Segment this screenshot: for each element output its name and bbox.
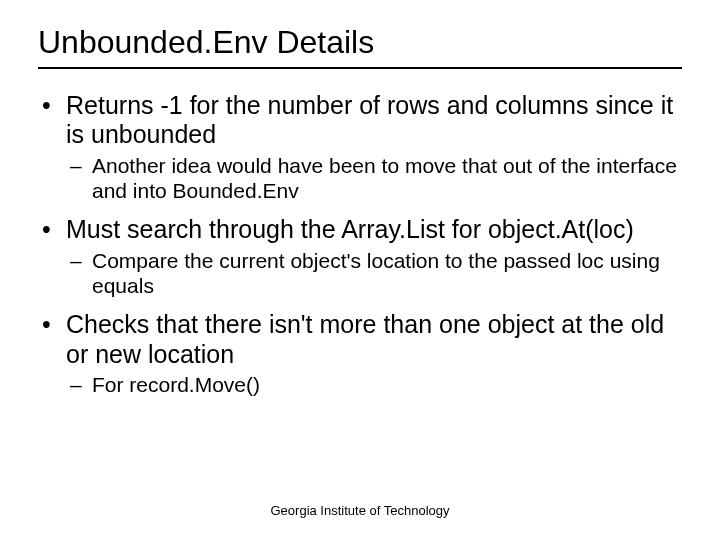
title-underline — [38, 67, 682, 69]
sub-bullet-text: Compare the current object's location to… — [92, 249, 660, 297]
sub-bullet-list: Another idea would have been to move tha… — [66, 154, 682, 204]
sub-bullet-text: Another idea would have been to move tha… — [92, 154, 677, 202]
bullet-item: Returns -1 for the number of rows and co… — [38, 91, 682, 204]
footer-text: Georgia Institute of Technology — [0, 503, 720, 518]
sub-bullet-text: For record.Move() — [92, 373, 260, 396]
sub-bullet-item: Another idea would have been to move tha… — [66, 154, 682, 204]
sub-bullet-item: Compare the current object's location to… — [66, 249, 682, 299]
bullet-item: Must search through the Array.List for o… — [38, 215, 682, 298]
bullet-text: Must search through the Array.List for o… — [66, 215, 634, 243]
bullet-text: Checks that there isn't more than one ob… — [66, 310, 664, 368]
sub-bullet-list: Compare the current object's location to… — [66, 249, 682, 299]
sub-bullet-item: For record.Move() — [66, 373, 682, 398]
bullet-item: Checks that there isn't more than one ob… — [38, 310, 682, 398]
slide-title: Unbounded.Env Details — [38, 24, 682, 61]
slide: Unbounded.Env Details Returns -1 for the… — [0, 0, 720, 540]
sub-bullet-list: For record.Move() — [66, 373, 682, 398]
bullet-text: Returns -1 for the number of rows and co… — [66, 91, 673, 149]
bullet-list: Returns -1 for the number of rows and co… — [38, 91, 682, 398]
